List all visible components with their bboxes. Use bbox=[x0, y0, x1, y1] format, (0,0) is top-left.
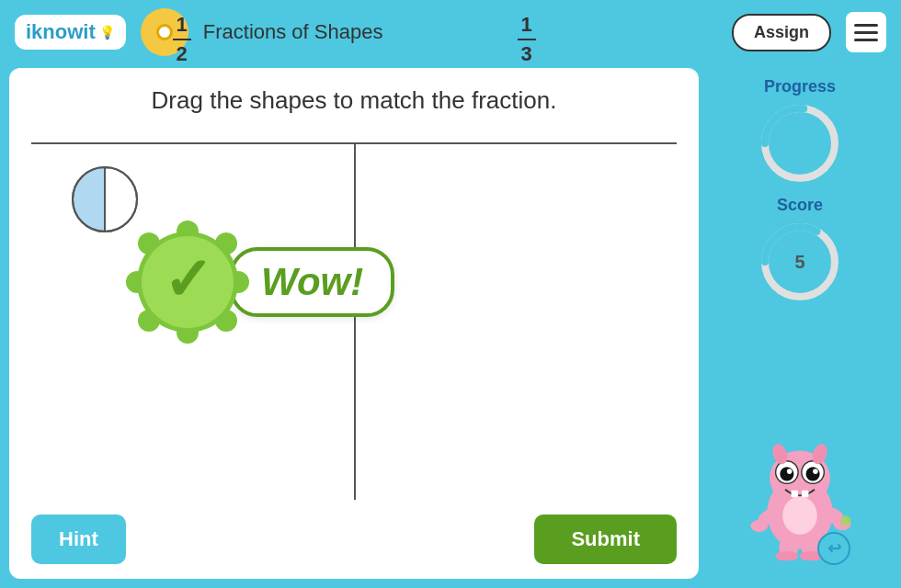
menu-line-3 bbox=[854, 39, 878, 41]
svg-point-22 bbox=[806, 467, 820, 481]
fraction-1-line bbox=[173, 39, 191, 40]
fraction-1-col: 1 2 bbox=[9, 13, 354, 66]
progress-value: 4/15 bbox=[783, 134, 815, 153]
score-circle: 5 bbox=[758, 220, 841, 303]
menu-button[interactable] bbox=[846, 12, 886, 52]
score-value: 5 bbox=[794, 252, 804, 273]
svg-point-33 bbox=[750, 520, 768, 532]
progress-section: Progress 4/15 bbox=[758, 77, 841, 185]
assign-button[interactable]: Assign bbox=[732, 14, 831, 51]
svg-rect-27 bbox=[792, 491, 799, 498]
score-title: Score bbox=[777, 196, 823, 215]
svg-point-24 bbox=[813, 469, 818, 474]
fraction-headers: 1 2 1 3 bbox=[9, 13, 699, 66]
fraction-2-col: 1 3 bbox=[354, 13, 699, 66]
svg-point-23 bbox=[787, 469, 793, 474]
progress-title: Progress bbox=[764, 77, 836, 96]
menu-line-1 bbox=[854, 24, 878, 27]
fraction-1-denominator: 2 bbox=[176, 42, 187, 66]
fraction-2-denominator: 3 bbox=[520, 42, 531, 66]
wow-text-box: Wow! bbox=[230, 247, 394, 317]
fraction-2-numerator: 1 bbox=[520, 13, 531, 37]
fraction-1-numerator: 1 bbox=[176, 13, 187, 37]
svg-point-21 bbox=[780, 467, 793, 481]
main-content: Drag the shapes to match the fraction. 1… bbox=[0, 64, 901, 588]
svg-point-40 bbox=[782, 496, 817, 534]
fraction-2: 1 3 bbox=[518, 13, 536, 66]
svg-rect-28 bbox=[802, 491, 809, 498]
wow-overlay: ✓ Wow! bbox=[123, 218, 394, 346]
back-arrow-icon: ↩ bbox=[827, 538, 841, 559]
hint-button[interactable]: Hint bbox=[31, 514, 126, 564]
menu-line-2 bbox=[854, 31, 878, 34]
fraction-table: ✓ Wow! bbox=[31, 142, 677, 500]
progress-circle: 4/15 bbox=[758, 102, 841, 185]
submit-button[interactable]: Submit bbox=[534, 514, 677, 564]
wow-label: Wow! bbox=[261, 260, 363, 303]
fraction-1: 1 2 bbox=[173, 13, 191, 66]
fraction-2-line bbox=[518, 39, 536, 40]
svg-point-35 bbox=[840, 515, 850, 526]
instruction-text: Drag the shapes to match the fraction. bbox=[31, 86, 677, 115]
bottom-buttons: Hint Submit bbox=[31, 514, 677, 564]
svg-text:✓: ✓ bbox=[163, 246, 212, 313]
score-section: Score 5 bbox=[758, 196, 841, 303]
monster-area: ↩ bbox=[740, 314, 860, 579]
check-badge: ✓ bbox=[123, 218, 252, 346]
scalloped-badge-svg: ✓ bbox=[123, 218, 252, 346]
left-panel: Drag the shapes to match the fraction. 1… bbox=[9, 68, 699, 579]
back-arrow-button[interactable]: ↩ bbox=[817, 532, 850, 565]
right-panel: Progress 4/15 Score 5 bbox=[708, 68, 892, 579]
